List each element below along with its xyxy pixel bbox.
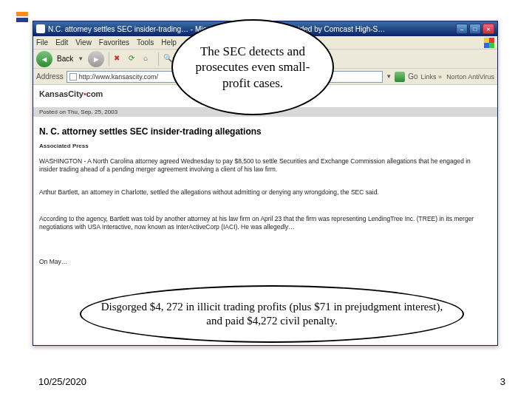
toolbar-separator [109,52,109,66]
page-icon [69,73,77,81]
callout-bottom: Disgorged $4, 272 in illicit trading pro… [80,285,464,343]
back-chevron-icon[interactable]: ▼ [78,55,83,62]
menu-edit[interactable]: Edit [55,38,68,47]
refresh-icon[interactable]: ⟳ [129,54,139,64]
menu-view[interactable]: View [75,38,92,47]
menu-favorites[interactable]: Favorites [99,38,129,47]
page-icon [36,24,45,33]
go-label: Go [408,72,417,81]
slide-accent [16,12,28,22]
slide-date: 10/25/2020 [38,376,86,387]
article-headline: N. C. attorney settles SEC insider-tradi… [39,126,262,137]
menu-file[interactable]: File [36,38,48,47]
callout-text: The SEC detects and prosecutes even smal… [189,44,316,91]
toolbar-separator [158,52,159,66]
article-byline: Associated Press [39,143,89,149]
logo-right: com [86,89,103,98]
article-paragraph: According to the agency, Bartlett was to… [39,215,490,232]
windows-logo-icon [484,38,494,48]
address-url: http://www.kansascity.com/ [79,73,158,81]
home-icon[interactable]: ⌂ [143,54,154,64]
go-button[interactable] [395,72,405,82]
callout-text: Disgorged $4, 272 in illicit trading pro… [98,300,446,328]
forward-button[interactable]: ► [88,51,104,67]
close-button[interactable]: × [482,24,494,34]
menu-tools[interactable]: Tools [137,38,154,47]
norton-label: Norton AntiVirus [446,73,494,81]
address-label: Address [36,72,64,81]
logo-left: KansasCity [39,89,83,98]
back-button[interactable]: ◄ [36,51,52,67]
back-label: Back [57,55,73,63]
article-paragraph: Arthur Bartlett, an attorney in Charlott… [39,188,490,197]
stop-icon[interactable]: ✖ [114,54,124,64]
callout-top: The SEC detects and prosecutes even smal… [171,19,334,115]
slide-number: 3 [500,376,505,387]
links-label[interactable]: Links » [421,73,443,81]
maximize-button[interactable]: □ [469,24,481,34]
chevron-down-icon[interactable]: ▼ [386,73,392,80]
site-logo[interactable]: KansasCity•com [39,89,103,98]
menu-help[interactable]: Help [161,38,177,47]
article-paragraph: On May… [39,258,490,266]
article-paragraph: WASHINGTON - A North Carolina attorney a… [39,157,490,174]
minimize-button[interactable]: – [456,24,468,34]
